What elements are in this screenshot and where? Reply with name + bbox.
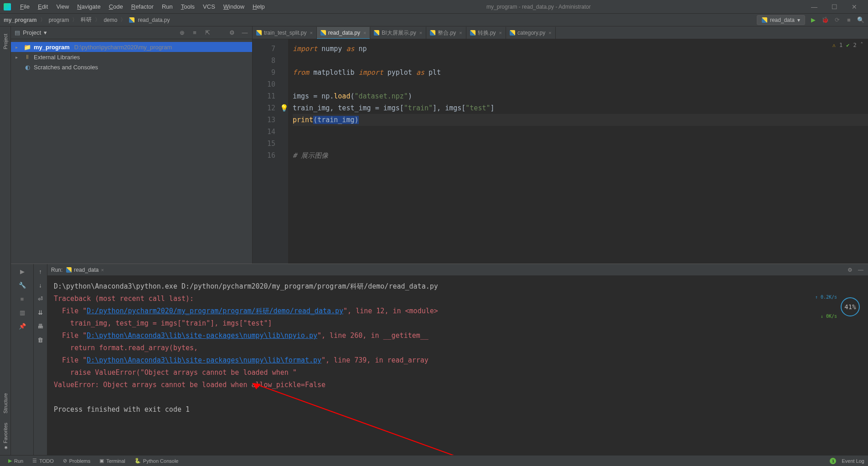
hide-icon[interactable]: — <box>241 29 248 36</box>
menu-refactor[interactable]: Refactor <box>128 1 157 12</box>
expand-arrow-icon[interactable]: ▸ <box>16 55 21 60</box>
close-tab-icon[interactable]: × <box>363 30 366 36</box>
performance-widget[interactable]: ↑ 0.2K/s ↓ 0K/s 41% <box>810 281 860 332</box>
file-link[interactable]: D:\python\Anaconda3\lib\site-packages\nu… <box>87 356 321 364</box>
tree-item-label: Scratches and Consoles <box>34 64 98 71</box>
settings-icon[interactable]: ⚙ <box>228 29 236 36</box>
breadcrumb-file[interactable]: read_data.py <box>138 17 170 23</box>
python-console-button[interactable]: 🐍Python Console <box>130 458 183 464</box>
file-link[interactable]: D:\python\Anaconda3\lib\site-packages\nu… <box>87 331 317 340</box>
editor-tab[interactable]: train_test_split.py× <box>253 27 317 39</box>
console-error-line: ValueError: Object arrays cannot be load… <box>54 381 326 389</box>
expand-arrow-icon[interactable]: ▸ <box>16 45 21 50</box>
close-tab-icon[interactable]: × <box>419 30 422 36</box>
tab-label: train_test_split.py <box>264 30 306 36</box>
python-icon <box>762 17 767 23</box>
breadcrumb-root[interactable]: my_program <box>4 17 37 23</box>
scroll-icon[interactable]: ⇊ <box>37 309 44 316</box>
breadcrumb-item[interactable]: program <box>49 17 69 23</box>
run-tab-label: read_data <box>74 267 98 273</box>
stop-button[interactable]: ■ <box>845 16 852 24</box>
menu-file[interactable]: File <box>16 1 33 12</box>
file-link[interactable]: D:/python/pycharm2020/my_program/program… <box>87 307 343 315</box>
tree-external-libs[interactable]: ▸ ⫴ External Libraries <box>11 52 252 62</box>
menu-window[interactable]: Window <box>220 1 248 12</box>
run-tool-button[interactable]: ▶Run <box>4 458 28 464</box>
close-tab-icon[interactable]: × <box>101 267 103 273</box>
tab-label: category.py <box>517 30 545 36</box>
close-button[interactable]: ✕ <box>849 3 860 10</box>
editor-tab[interactable]: BI大屏展示.py× <box>370 27 426 39</box>
event-log-button[interactable]: Event Log <box>842 458 864 464</box>
pin-icon[interactable]: 📌 <box>19 322 26 330</box>
run-tool-window: ▶ 🔧 ■ ▥ 📌 ↑ ↓ ⏎ ⇊ 🖶 🗑 Run: read_data × ⚙… <box>11 264 868 455</box>
close-tab-icon[interactable]: × <box>548 30 551 36</box>
menu-run[interactable]: Run <box>158 1 176 12</box>
project-pane-title[interactable]: Project <box>23 29 41 36</box>
coverage-button[interactable]: ⟳ <box>833 16 841 24</box>
editor-tab[interactable]: 整合.py× <box>426 27 466 39</box>
editor-tab[interactable]: 转换.py× <box>466 27 506 39</box>
tab-label: 整合.py <box>438 29 456 37</box>
wrench-icon[interactable]: 🔧 <box>19 281 26 289</box>
editor-tab-active[interactable]: read_data.py× <box>317 27 371 39</box>
close-tab-icon[interactable]: × <box>459 30 462 36</box>
perf-circle: 41% <box>841 297 860 316</box>
todo-tool-button[interactable]: ☰TODO <box>28 458 58 464</box>
down-icon[interactable]: ↓ <box>37 281 44 289</box>
warning-icon: ⚠ <box>832 42 836 48</box>
print-icon[interactable]: 🖶 <box>37 322 44 330</box>
tree-scratches[interactable]: ◐ Scratches and Consoles <box>11 62 252 72</box>
breadcrumb-item[interactable]: demo <box>103 17 117 23</box>
soft-wrap-icon[interactable]: ⏎ <box>37 295 44 302</box>
editor-tab[interactable]: category.py× <box>506 27 556 39</box>
project-tool-button[interactable]: Project <box>3 34 8 49</box>
console-line: D:\python\Anaconda3\python.exe D:/python… <box>54 282 438 290</box>
up-icon[interactable]: ↑ <box>37 268 44 275</box>
breadcrumb-item[interactable]: 科研 <box>81 16 92 24</box>
inspection-widget[interactable]: ⚠1 ✔2 ˆ <box>832 42 863 48</box>
menu-edit[interactable]: Edit <box>34 1 52 12</box>
console-output[interactable]: D:\python\Anaconda3\python.exe D:/python… <box>47 276 868 455</box>
chevron-down-icon: ▾ <box>797 17 800 23</box>
chevron-icon[interactable]: ˆ <box>860 42 863 48</box>
breadcrumb[interactable]: my_program 〉 program 〉 科研 〉 demo 〉 read_… <box>4 16 170 24</box>
settings-icon[interactable]: ⚙ <box>846 266 853 274</box>
close-tab-icon[interactable]: × <box>499 30 502 36</box>
favorites-tool-button[interactable]: ★ Favorites <box>2 423 8 450</box>
menu-navigate[interactable]: Navigate <box>73 1 104 12</box>
menu-tools[interactable]: Tools <box>177 1 198 12</box>
menu-help[interactable]: Help <box>249 1 269 12</box>
search-everywhere-button[interactable]: 🔍 <box>857 16 864 24</box>
navigation-bar: my_program 〉 program 〉 科研 〉 demo 〉 read_… <box>0 14 868 26</box>
project-tree[interactable]: ▸ 📁 my_program D:\python\pycharm2020\my_… <box>11 39 252 75</box>
debug-button[interactable]: 🐞 <box>822 16 829 24</box>
run-button[interactable]: ▶ <box>810 16 817 24</box>
menu-vcs[interactable]: VCS <box>199 1 219 12</box>
tree-root-path: D:\python\pycharm2020\my_program <box>74 44 172 51</box>
structure-tool-button[interactable]: Structure <box>3 393 8 414</box>
run-tab[interactable]: read_data × <box>62 265 107 274</box>
trash-icon[interactable]: 🗑 <box>37 336 44 343</box>
hide-icon[interactable]: — <box>857 266 864 274</box>
rerun-button[interactable]: ▶ <box>19 268 26 275</box>
select-target-icon[interactable]: ⊕ <box>178 29 186 36</box>
check-icon: ✔ <box>846 42 849 48</box>
run-toolbar-left2: ↑ ↓ ⏎ ⇊ 🖶 🗑 <box>34 264 47 455</box>
expand-all-icon[interactable]: ≡ <box>191 29 198 36</box>
tree-root-row[interactable]: ▸ 📁 my_program D:\python\pycharm2020\my_… <box>11 42 252 52</box>
editor-tabbar: train_test_split.py× read_data.py× BI大屏展… <box>253 26 868 39</box>
run-config-selector[interactable]: read_data ▾ <box>757 15 805 25</box>
layout-icon[interactable]: ▥ <box>19 309 26 316</box>
close-tab-icon[interactable]: × <box>310 30 312 36</box>
intention-bulb-icon[interactable]: 💡 <box>280 104 289 112</box>
stop-icon[interactable]: ■ <box>19 295 26 302</box>
minimize-button[interactable]: — <box>809 3 820 10</box>
menu-view[interactable]: View <box>52 1 72 12</box>
collapse-all-icon[interactable]: ⇱ <box>204 29 211 36</box>
maximize-button[interactable]: ☐ <box>829 3 840 10</box>
chevron-down-icon[interactable]: ▾ <box>44 29 47 36</box>
terminal-tool-button[interactable]: ▣Terminal <box>95 458 130 464</box>
problems-tool-button[interactable]: ⊘Problems <box>58 458 95 464</box>
menu-code[interactable]: Code <box>105 1 127 12</box>
